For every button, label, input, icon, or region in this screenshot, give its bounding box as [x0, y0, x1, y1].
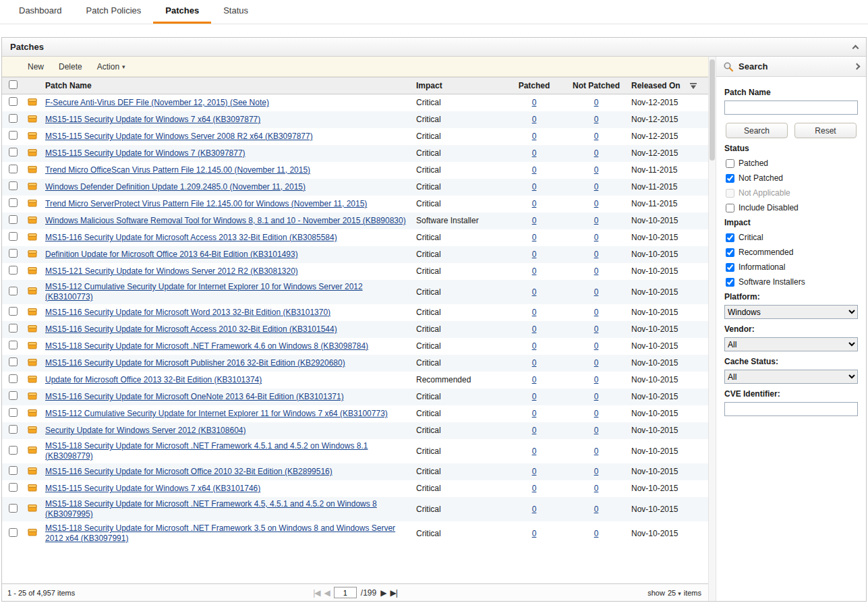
row-checkbox[interactable]	[9, 408, 18, 417]
patch-name-link[interactable]: Trend Micro ServerProtect Virus Pattern …	[45, 199, 367, 208]
select-all-checkbox[interactable]	[9, 80, 18, 89]
patch-name-link[interactable]: Definition Update for Microsoft Office 2…	[45, 250, 298, 259]
filter-checkbox-item[interactable]: Recommended	[726, 248, 857, 257]
filter-checkbox-item[interactable]: Critical	[726, 233, 857, 242]
not-patched-count-link[interactable]: 0	[594, 266, 599, 276]
last-page-button[interactable]: ▶|	[390, 588, 397, 598]
patched-count-link[interactable]: 0	[532, 98, 537, 107]
row-checkbox[interactable]	[9, 266, 18, 275]
not-patched-count-link[interactable]: 0	[594, 409, 599, 418]
scrollbar-thumb[interactable]	[710, 59, 715, 161]
filter-checkbox-item[interactable]: Patched	[726, 159, 857, 168]
patch-name-link[interactable]: MS15-112 Cumulative Security Update for …	[45, 409, 388, 418]
not-patched-count-link[interactable]: 0	[594, 132, 599, 141]
patch-name-link[interactable]: MS15-116 Security Update for Microsoft P…	[45, 358, 345, 368]
filter-checkbox-item[interactable]: Informational	[726, 262, 857, 272]
filter-checkbox[interactable]	[726, 263, 734, 272]
patched-count-link[interactable]: 0	[532, 233, 537, 242]
first-page-button[interactable]: |◀	[313, 588, 320, 598]
patched-count-link[interactable]: 0	[532, 216, 537, 225]
patch-name-filter-input[interactable]	[724, 100, 858, 115]
patched-count-link[interactable]: 0	[532, 324, 537, 334]
nav-tab[interactable]: Status	[211, 0, 260, 24]
row-checkbox[interactable]	[9, 148, 18, 156]
filter-checkbox[interactable]	[726, 159, 734, 168]
patched-count-link[interactable]: 0	[532, 165, 537, 175]
patched-count-link[interactable]: 0	[532, 115, 537, 124]
filter-checkbox-item[interactable]: Not Applicable	[726, 188, 857, 198]
patched-count-link[interactable]: 0	[532, 392, 537, 401]
new-button[interactable]: New	[21, 62, 51, 71]
vertical-scrollbar[interactable]	[708, 57, 716, 601]
page-number-input[interactable]	[334, 587, 357, 598]
delete-button[interactable]: Delete	[52, 62, 89, 71]
patch-name-link[interactable]: MS15-118 Security Update for Microsoft .…	[45, 341, 368, 351]
patched-count-link[interactable]: 0	[532, 308, 537, 317]
patched-count-link[interactable]: 0	[532, 505, 537, 514]
patch-name-link[interactable]: Windows Malicious Software Removal Tool …	[45, 216, 406, 225]
patch-name-link[interactable]: MS15-116 Security Update for Microsoft O…	[45, 467, 332, 476]
row-checkbox[interactable]	[9, 287, 18, 295]
row-checkbox[interactable]	[9, 232, 18, 241]
row-checkbox[interactable]	[9, 324, 18, 333]
action-button[interactable]: Action ▾	[90, 62, 132, 71]
not-patched-count-link[interactable]: 0	[594, 98, 599, 107]
vendor-select[interactable]: All	[724, 337, 858, 351]
row-checkbox[interactable]	[9, 446, 18, 455]
reset-button[interactable]: Reset	[794, 123, 857, 138]
filter-checkbox-item[interactable]: Include Disabled	[726, 203, 857, 212]
patch-name-link[interactable]: MS15-116 Security Update for Microsoft A…	[45, 233, 337, 242]
patched-count-link[interactable]: 0	[532, 375, 537, 384]
filter-checkbox-item[interactable]: Software Installers	[726, 277, 857, 287]
row-checkbox[interactable]	[9, 198, 18, 207]
not-patched-count-link[interactable]: 0	[594, 233, 599, 242]
not-patched-count-link[interactable]: 0	[594, 529, 599, 538]
column-released-on[interactable]: Released On	[629, 79, 708, 93]
row-checkbox[interactable]	[9, 483, 18, 492]
cache-status-select[interactable]: All	[724, 370, 858, 384]
patched-count-link[interactable]: 0	[532, 467, 537, 476]
patch-name-link[interactable]: MS15-115 Security Update for Windows 7 x…	[45, 115, 260, 124]
not-patched-count-link[interactable]: 0	[594, 115, 599, 124]
patch-name-link[interactable]: MS15-118 Security Update for Microsoft .…	[45, 523, 395, 543]
filter-checkbox[interactable]	[726, 248, 734, 257]
not-patched-count-link[interactable]: 0	[594, 484, 599, 493]
row-checkbox[interactable]	[9, 466, 18, 475]
column-patch-name[interactable]: Patch Name	[42, 79, 413, 93]
not-patched-count-link[interactable]: 0	[594, 341, 599, 351]
patched-count-link[interactable]: 0	[532, 447, 537, 456]
not-patched-count-link[interactable]: 0	[594, 308, 599, 317]
patch-name-link[interactable]: Windows Defender Definition Update 1.209…	[45, 182, 306, 192]
nav-tab[interactable]: Dashboard	[7, 0, 74, 24]
cve-identifier-input[interactable]	[724, 402, 858, 416]
patch-name-link[interactable]: Trend Micro OfficeScan Virus Pattern Fil…	[45, 165, 310, 175]
patch-name-link[interactable]: MS15-115 Security Update for Windows Ser…	[45, 132, 313, 141]
not-patched-count-link[interactable]: 0	[594, 426, 599, 435]
patched-count-link[interactable]: 0	[532, 182, 537, 192]
patched-count-link[interactable]: 0	[532, 341, 537, 351]
prev-page-button[interactable]: ◀	[324, 588, 330, 598]
column-impact[interactable]: Impact	[413, 79, 504, 93]
patch-name-link[interactable]: Security Update for Windows Server 2012 …	[45, 426, 246, 435]
search-button[interactable]: Search	[726, 123, 788, 138]
row-checkbox[interactable]	[9, 114, 18, 123]
patched-count-link[interactable]: 0	[532, 266, 537, 276]
not-patched-count-link[interactable]: 0	[594, 324, 599, 334]
patched-count-link[interactable]: 0	[532, 250, 537, 259]
not-patched-count-link[interactable]: 0	[594, 467, 599, 476]
patch-name-link[interactable]: MS15-116 Security Update for Microsoft W…	[45, 308, 330, 317]
platform-select[interactable]: Windows	[724, 305, 858, 319]
column-patched[interactable]: Patched	[504, 79, 564, 93]
collapse-search-icon[interactable]	[854, 63, 861, 70]
page-size-select[interactable]: 25 ▾	[668, 589, 681, 597]
patch-name-link[interactable]: Update for Microsoft Office 2013 32-Bit …	[45, 375, 262, 384]
patched-count-link[interactable]: 0	[532, 287, 537, 297]
row-checkbox[interactable]	[9, 528, 18, 537]
filter-checkbox[interactable]	[726, 204, 734, 212]
row-checkbox[interactable]	[9, 131, 18, 140]
patch-name-link[interactable]: MS15-116 Security Update for Microsoft A…	[45, 324, 337, 334]
row-checkbox[interactable]	[9, 357, 18, 366]
row-checkbox[interactable]	[9, 165, 18, 173]
patched-count-link[interactable]: 0	[532, 148, 537, 158]
patch-name-link[interactable]: MS15-118 Security Update for Microsoft .…	[45, 441, 368, 461]
